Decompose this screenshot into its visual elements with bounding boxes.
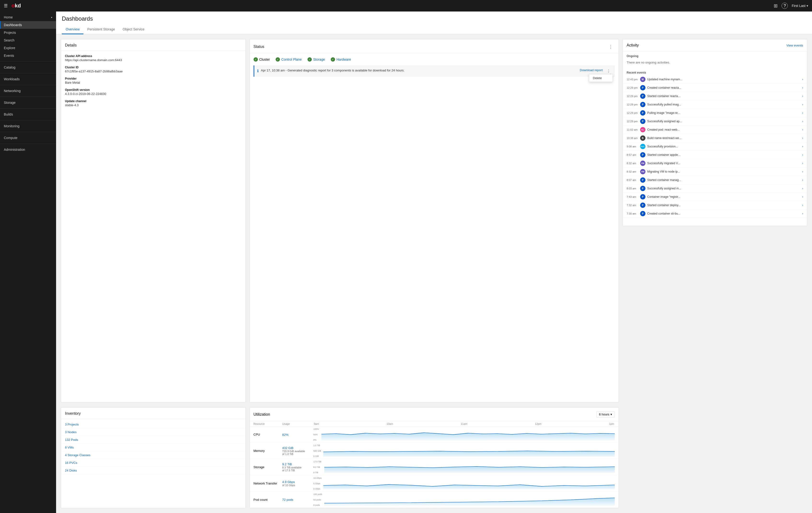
event-avatar: P bbox=[640, 102, 645, 107]
status-label-control-plane[interactable]: Control Plane bbox=[281, 58, 302, 61]
pods-sparkline bbox=[324, 493, 615, 506]
message-menu-button[interactable]: ⋮ bbox=[605, 68, 612, 74]
chevron-right-icon: › bbox=[802, 153, 803, 156]
memory-sparkline bbox=[323, 444, 615, 457]
event-item[interactable]: 8:32 am VM Migrating VM to node ip... › bbox=[623, 168, 807, 176]
sidebar-item-search[interactable]: Search bbox=[0, 36, 56, 44]
event-item[interactable]: 9:08 am PVC Successfully provision... › bbox=[623, 142, 807, 151]
inventory-item-pvcs: 16 PVCs bbox=[61, 459, 245, 467]
sidebar-item-dashboards[interactable]: Dashboards bbox=[0, 21, 56, 29]
help-icon[interactable]: ? bbox=[782, 3, 788, 9]
event-item[interactable]: 12:29 pm P Created container reacta... › bbox=[623, 84, 807, 92]
sidebar-item-workloads[interactable]: Workloads bbox=[0, 75, 56, 83]
status-dot-cluster: ✓ bbox=[254, 57, 258, 62]
util-resource-network: Network Transfer bbox=[254, 482, 282, 485]
sidebar-item-explore[interactable]: Explore bbox=[0, 44, 56, 52]
context-menu-delete[interactable]: Delete bbox=[589, 74, 613, 82]
status-menu-button[interactable]: ⋮ bbox=[607, 43, 615, 50]
chevron-right-icon: › bbox=[802, 195, 803, 198]
details-field-cluster-id: Cluster ID 67c1f85e-a137-4915-8a87-2b98a… bbox=[65, 66, 241, 73]
status-message: ℹ Apr 17, 10:38 am - Generated diagnosti… bbox=[254, 65, 615, 77]
util-usage-pods: 72 pods bbox=[282, 498, 314, 502]
inventory-link-storage-classes[interactable]: 4 Storage Classes bbox=[65, 453, 90, 457]
status-items: ✓ Cluster ✓ Control Plane ✓ Storage ✓ bbox=[250, 53, 618, 65]
event-item[interactable]: 12:29 pm P Started container reacta... › bbox=[623, 92, 807, 101]
view-events-link[interactable]: View events bbox=[786, 44, 803, 47]
util-resource-cpu: CPU bbox=[254, 433, 282, 436]
util-usage-storage: 9.2 TiB 8.3 TiB available of 17.5 TiB bbox=[282, 462, 314, 472]
inventory-link-nodes[interactable]: 3 Nodes bbox=[65, 430, 77, 434]
event-item[interactable]: 10:38 am B Build name-test/react-we... › bbox=[623, 134, 807, 142]
status-label-storage[interactable]: Storage bbox=[313, 58, 325, 61]
inventory-link-disks[interactable]: 24 Disks bbox=[65, 469, 77, 472]
time-range-select[interactable]: 6 hours ▾ bbox=[596, 411, 614, 417]
event-item[interactable]: 11:02 am RC Created pod: react-web... › bbox=[623, 125, 807, 134]
util-usage-memory: 432 GiB 720.9 GiB available of 1.0 TiB bbox=[282, 446, 314, 455]
event-item[interactable]: 8:57 am P Started container appde... › bbox=[623, 151, 807, 159]
sidebar-item-monitoring[interactable]: Monitoring bbox=[0, 122, 56, 130]
sidebar-item-catalog[interactable]: Catalog bbox=[0, 63, 56, 71]
inventory-body: 3 Projects 3 Nodes 132 Pods 8 VMs 4 Stor… bbox=[61, 419, 245, 476]
time-range-caret: ▾ bbox=[610, 412, 612, 416]
sidebar-item-builds[interactable]: Builds bbox=[0, 111, 56, 118]
inventory-item-disks: 24 Disks bbox=[61, 467, 245, 475]
inventory-header: Inventory bbox=[61, 407, 245, 419]
event-item[interactable]: 7:30 am P Created container sti-bu... › bbox=[623, 209, 807, 218]
app-body: Home ▾ Dashboards Projects Search Explor… bbox=[0, 11, 812, 513]
sidebar-item-compute[interactable]: Compute bbox=[0, 134, 56, 142]
activity-panel: Activity View events Ongoing There are n… bbox=[623, 39, 807, 226]
util-usage-network: 4.9 Gbps of 10 Gbps bbox=[282, 480, 314, 487]
tab-object-service[interactable]: Object Service bbox=[119, 25, 148, 34]
util-chart-memory: 1.0 TiB500 GiB0 GiB bbox=[314, 444, 615, 457]
details-card-body: Cluster API address https://api.clustern… bbox=[61, 51, 245, 115]
status-item-cluster: ✓ Cluster bbox=[254, 57, 270, 62]
event-item[interactable]: 7:32 am P Started container deploy... › bbox=[623, 201, 807, 209]
status-message-text: Apr 17, 10:38 am - Generated diagnostic … bbox=[261, 68, 578, 73]
util-resource-storage: Storage bbox=[254, 465, 282, 469]
tabs: Overview Persistent Storage Object Servi… bbox=[62, 25, 806, 34]
user-name: First Last bbox=[792, 4, 806, 8]
status-label-cluster: Cluster bbox=[259, 58, 270, 61]
status-label-hardware[interactable]: Hardware bbox=[337, 58, 351, 61]
inventory-link-projects[interactable]: 3 Projects bbox=[65, 423, 79, 426]
event-avatar: PVC bbox=[640, 144, 645, 149]
status-item-hardware: ✓ Hardware bbox=[331, 57, 351, 62]
event-item[interactable]: 12:43 pm M Updated machine mynam... › bbox=[623, 75, 807, 84]
inventory-link-pvcs[interactable]: 16 PVCs bbox=[65, 461, 77, 464]
inventory-link-pods[interactable]: 132 Pods bbox=[65, 438, 78, 441]
util-chart-network: 10 Gbps5 Gbps0 Gbps bbox=[314, 477, 615, 490]
utilization-title: Utilization bbox=[254, 412, 270, 417]
event-item[interactable]: 8:07 am P Started container manag... › bbox=[623, 176, 807, 184]
sidebar-item-events[interactable]: Events bbox=[0, 52, 56, 59]
event-item[interactable]: 12:29 pm P Successfully assigned ap... › bbox=[623, 117, 807, 125]
grid-icon[interactable]: ⊞ bbox=[774, 3, 778, 9]
event-item[interactable]: 12:29 pm P Successfully pulled imag... › bbox=[623, 101, 807, 109]
recent-events-label: Recent events bbox=[623, 68, 807, 75]
event-item[interactable]: 12:29 pm P Pulling image "image-re... › bbox=[623, 109, 807, 117]
top-nav: ☰ okd ⊞ ? First Last ▾ bbox=[0, 0, 812, 11]
utilization-header: Utilization 6 hours ▾ bbox=[250, 407, 618, 421]
sidebar-item-administration[interactable]: Administration bbox=[0, 146, 56, 153]
util-col-headers: Resource Usage 9am 10am 11am 12pm 1pm bbox=[250, 421, 618, 426]
inventory-title: Inventory bbox=[65, 411, 81, 416]
user-menu[interactable]: First Last ▾ bbox=[792, 4, 808, 8]
hamburger-icon[interactable]: ☰ bbox=[4, 3, 8, 8]
sidebar: Home ▾ Dashboards Projects Search Explor… bbox=[0, 11, 56, 513]
event-item[interactable]: 8:32 am VM Successfully migrated V... › bbox=[623, 159, 807, 168]
bottom-right-spacer bbox=[623, 407, 807, 508]
inventory-link-vms[interactable]: 8 VMs bbox=[65, 446, 74, 449]
user-caret-icon: ▾ bbox=[807, 4, 808, 8]
tab-overview[interactable]: Overview bbox=[62, 25, 83, 34]
tab-persistent-storage[interactable]: Persistent Storage bbox=[83, 25, 119, 34]
cpu-sparkline bbox=[321, 428, 615, 440]
time-range-value: 6 hours bbox=[599, 412, 609, 416]
context-menu: Delete bbox=[589, 74, 613, 82]
download-report-link[interactable]: Download report bbox=[580, 68, 603, 72]
sidebar-item-projects[interactable]: Projects bbox=[0, 29, 56, 36]
event-item[interactable]: 7:43 am P Container image "registr... › bbox=[623, 193, 807, 201]
sidebar-item-networking[interactable]: Networking bbox=[0, 87, 56, 95]
status-card-header: Status ⋮ bbox=[250, 39, 618, 53]
sidebar-item-storage[interactable]: Storage bbox=[0, 99, 56, 107]
sidebar-item-home[interactable]: Home ▾ bbox=[0, 13, 56, 21]
event-item[interactable]: 8:03 am P Successfully assigned m... › bbox=[623, 184, 807, 193]
